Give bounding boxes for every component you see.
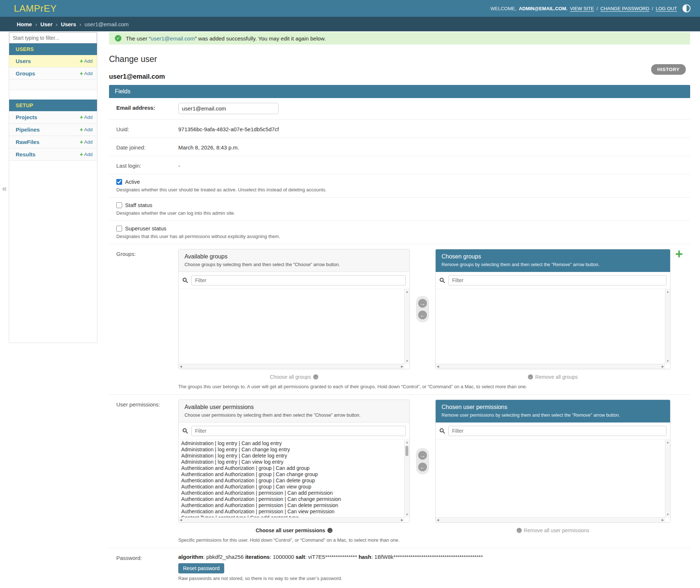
chosen-permissions-list[interactable]: ▲▼ ◀▶ (436, 439, 670, 522)
scroll-left-icon[interactable]: ◀ (437, 518, 439, 522)
permission-option[interactable]: Authentication and Authorization | group… (181, 478, 404, 484)
add-result-button[interactable]: + Add (79, 152, 92, 157)
scroll-up-icon[interactable]: ▲ (406, 290, 409, 293)
active-checkbox[interactable] (116, 179, 122, 185)
add-project-button[interactable]: + Add (79, 114, 92, 120)
breadcrumb-app[interactable]: User (40, 21, 52, 27)
groups-footer-links: Choose all groups→ ←Remove all groups (178, 374, 683, 380)
scroll-up-icon[interactable]: ▲ (666, 290, 669, 293)
horizontal-scrollbar[interactable]: ◀▶ (179, 517, 404, 522)
permission-option[interactable]: Authentication and Authorization | permi… (181, 496, 404, 502)
scroll-right-icon[interactable]: ▶ (401, 365, 403, 368)
permission-option[interactable]: Authentication and Authorization | permi… (181, 509, 404, 515)
scroll-right-icon[interactable]: ▶ (401, 518, 403, 522)
scroll-up-icon[interactable]: ▲ (406, 441, 409, 444)
sidebar-item-users[interactable]: Users + Add (9, 55, 97, 67)
remove-arrow-icon[interactable]: ← (418, 463, 427, 471)
sidebar-item-pipelines[interactable]: Pipelines + Add (9, 124, 97, 136)
add-group-button[interactable]: + Add (79, 71, 92, 77)
permission-option[interactable]: Administration | log entry | Can view lo… (181, 459, 404, 465)
available-permissions-list[interactable]: Administration | log entry | Can add log… (179, 439, 409, 522)
email-field[interactable] (178, 103, 279, 114)
sidebar-collapse-toggle[interactable]: « (2, 184, 7, 194)
permission-option[interactable]: Authentication and Authorization | group… (181, 484, 404, 490)
permission-option[interactable]: Administration | log entry | Can add log… (181, 440, 404, 447)
success-object-link[interactable]: user1@email.com (151, 35, 195, 42)
remove-all-groups-link[interactable]: ←Remove all groups (435, 374, 670, 380)
add-label: Add (84, 152, 93, 157)
chosen-groups-filter-input[interactable] (448, 275, 666, 285)
date-joined-value: March 8, 2026, 8:43 p.m. (178, 143, 239, 151)
scroll-down-icon[interactable]: ▼ (406, 513, 409, 516)
vertical-scrollbar[interactable]: ▲▼ (665, 440, 670, 517)
add-pipeline-button[interactable]: + Add (79, 127, 92, 133)
add-another-group-icon[interactable]: + (675, 249, 683, 260)
horizontal-scrollbar[interactable]: ◀▶ (436, 364, 665, 369)
sidebar-item-projects-link[interactable]: Projects (16, 114, 37, 120)
reset-password-button[interactable]: Reset password (178, 563, 224, 573)
view-site-link[interactable]: VIEW SITE (570, 6, 594, 11)
scroll-down-icon[interactable]: ▼ (666, 359, 669, 363)
fields-module-header: Fields (109, 85, 690, 98)
available-groups-filter-input[interactable] (191, 275, 406, 285)
scroll-right-icon[interactable]: ▶ (662, 518, 664, 522)
scroll-up-icon[interactable]: ▲ (666, 441, 669, 444)
permission-option[interactable]: Administration | log entry | Can change … (181, 447, 404, 453)
brand-logo[interactable]: LAMPrEY (14, 3, 57, 14)
available-permissions-header: Available user permissions Choose user p… (179, 400, 409, 422)
permissions-help-text: Specific permissions for this user. Hold… (178, 537, 683, 543)
horizontal-scrollbar[interactable]: ◀▶ (436, 517, 665, 522)
sidebar-item-groups[interactable]: Groups + Add (9, 67, 97, 80)
breadcrumb-model[interactable]: Users (61, 21, 76, 27)
available-groups-list[interactable]: ▲▼ ◀▶ (179, 289, 409, 369)
scroll-left-icon[interactable]: ◀ (437, 365, 439, 368)
sidebar-item-results[interactable]: Results + Add (9, 148, 97, 161)
vertical-scrollbar[interactable]: ▲▼ (404, 289, 409, 364)
add-user-button[interactable]: + Add (79, 58, 92, 64)
logout-link[interactable]: LOG OUT (656, 6, 677, 11)
sidebar-filter-input[interactable] (9, 32, 97, 43)
permission-option[interactable]: Authentication and Authorization | permi… (181, 490, 404, 496)
sidebar-item-results-link[interactable]: Results (16, 151, 35, 157)
permission-option[interactable]: Authentication and Authorization | group… (181, 465, 404, 471)
scroll-left-icon[interactable]: ◀ (180, 518, 182, 522)
permissions-selector: Available user permissions Choose user p… (178, 400, 683, 543)
staff-status-checkbox[interactable] (116, 202, 122, 208)
vertical-scrollbar[interactable]: ▲▼ (665, 289, 670, 364)
scrollbar-thumb[interactable] (405, 446, 408, 456)
permission-option[interactable]: Content Types | content type | Can add c… (181, 515, 404, 517)
permission-option[interactable]: Authentication and Authorization | permi… (181, 502, 404, 509)
theme-toggle-icon[interactable] (682, 4, 691, 12)
superuser-status-checkbox[interactable] (116, 226, 122, 231)
add-rawfile-button[interactable]: + Add (79, 139, 92, 145)
sidebar-item-pipelines-link[interactable]: Pipelines (16, 126, 40, 133)
chosen-permissions-filter-input[interactable] (448, 426, 666, 436)
sidebar-item-groups-link[interactable]: Groups (16, 70, 35, 77)
change-password-link[interactable]: CHANGE PASSWORD (600, 6, 649, 11)
available-permissions-filter-input[interactable] (191, 426, 406, 436)
horizontal-scrollbar[interactable]: ◀▶ (179, 364, 404, 369)
sidebar-item-rawfiles[interactable]: RawFiles + Add (9, 136, 97, 148)
choose-arrow-icon[interactable]: → (418, 299, 427, 308)
search-icon (182, 277, 188, 283)
sidebar-item-projects[interactable]: Projects + Add (9, 111, 97, 124)
chosen-groups-list[interactable]: ▲▼ ◀▶ (436, 289, 670, 369)
choose-all-groups-link[interactable]: Choose all groups→ (178, 374, 410, 380)
main-content: ✓ The user “user1@email.com” was added s… (109, 32, 690, 588)
scroll-down-icon[interactable]: ▼ (406, 359, 409, 363)
add-label: Add (84, 139, 93, 145)
remove-arrow-icon[interactable]: ← (418, 311, 427, 319)
sidebar-item-users-link[interactable]: Users (16, 58, 31, 64)
scroll-left-icon[interactable]: ◀ (180, 365, 182, 368)
scroll-right-icon[interactable]: ▶ (662, 365, 664, 368)
circle-arrow-left-icon: ← (528, 374, 533, 379)
permission-option[interactable]: Authentication and Authorization | group… (181, 471, 404, 478)
breadcrumb-home[interactable]: Home (17, 21, 32, 27)
permission-option[interactable]: Administration | log entry | Can delete … (181, 453, 404, 459)
sidebar-item-rawfiles-link[interactable]: RawFiles (16, 139, 39, 145)
remove-all-permissions-link[interactable]: ←Remove all user permissions (435, 527, 670, 533)
choose-all-permissions-link[interactable]: Choose all user permissions→ (178, 527, 410, 533)
history-button[interactable]: HISTORY (651, 64, 686, 75)
choose-arrow-icon[interactable]: → (418, 451, 427, 460)
scroll-down-icon[interactable]: ▼ (666, 513, 669, 516)
